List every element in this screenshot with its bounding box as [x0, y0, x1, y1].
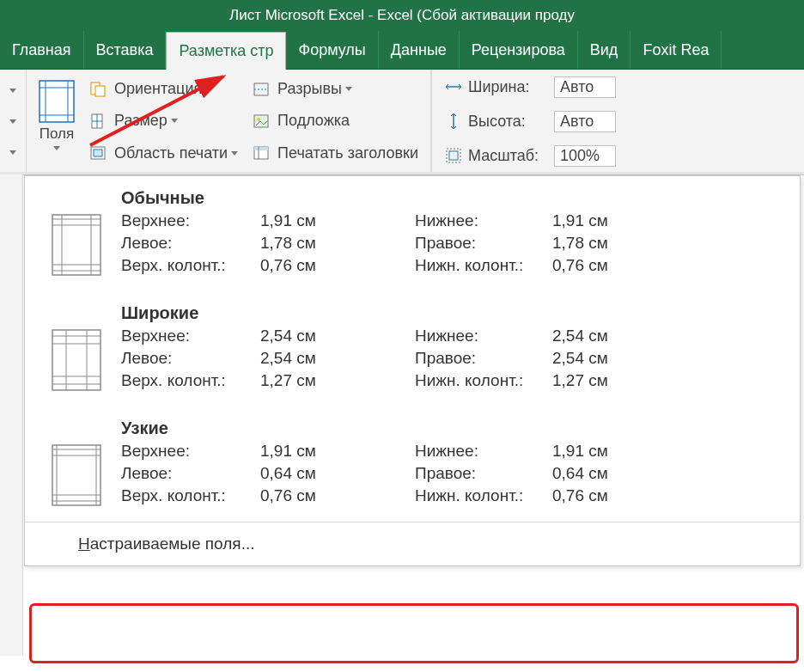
svg-rect-0: [40, 81, 74, 122]
svg-rect-37: [52, 445, 100, 505]
size-label: Размер: [114, 112, 168, 130]
print-titles-label: Печатать заголовки: [277, 144, 418, 162]
print-titles-icon: [252, 144, 271, 162]
preset-title: Широкие: [121, 303, 784, 323]
annotation-highlight-box: [29, 603, 799, 663]
width-icon: [444, 77, 463, 96]
margins-icon: [39, 80, 75, 123]
tab-foxit[interactable]: Foxit Rea: [630, 31, 722, 69]
svg-rect-17: [254, 147, 268, 150]
scale-label: Масштаб:: [468, 147, 551, 165]
preset-preview-icon: [40, 188, 113, 276]
margins-preset-wide[interactable]: Широкие Верхнее:2,54 смНижнее:2,54 см Ле…: [25, 291, 800, 406]
background-icon: [252, 112, 271, 131]
window-title: Лист Microsoft Excel - Excel (Сбой актив…: [0, 0, 804, 31]
svg-rect-21: [447, 149, 460, 162]
chevron-down-icon: [205, 87, 212, 91]
tab-insert[interactable]: Вставка: [84, 31, 167, 69]
tab-view[interactable]: Вид: [578, 31, 631, 69]
chevron-down-icon[interactable]: [9, 119, 16, 124]
preset-preview-icon: [40, 303, 113, 391]
ribbon-tabs: Главная Вставка Разметка стр Формулы Дан…: [0, 31, 804, 70]
ruler-vertical: [0, 174, 23, 656]
height-value[interactable]: Авто: [554, 111, 616, 132]
preset-title: Обычные: [121, 188, 784, 208]
print-area-button[interactable]: Область печати: [88, 142, 238, 164]
group-scale-to-fit: Ширина: Авто Высота: Авто Масштаб: 100%: [431, 70, 623, 173]
chevron-down-icon[interactable]: [9, 150, 16, 155]
svg-rect-23: [52, 215, 100, 275]
preset-preview-icon: [40, 418, 113, 506]
svg-rect-22: [449, 151, 458, 160]
ribbon: Поля Ориентация Размер: [0, 70, 804, 174]
tab-review[interactable]: Рецензирова: [460, 31, 578, 69]
tab-data[interactable]: Данные: [379, 31, 460, 69]
tab-page-layout[interactable]: Разметка стр: [166, 32, 286, 70]
height-label: Высота:: [468, 113, 551, 131]
custom-margins-label: астраиваемые поля...: [90, 535, 255, 553]
chevron-down-icon: [231, 151, 238, 156]
preset-title: Узкие: [121, 418, 784, 438]
custom-margins-button[interactable]: Настраиваемые поля...: [25, 522, 800, 565]
scale-icon: [444, 146, 463, 165]
size-button[interactable]: Размер: [88, 110, 238, 132]
margins-dropdown: Обычные Верхнее:1,91 смНижнее:1,91 см Ле…: [24, 175, 801, 566]
margins-preset-narrow[interactable]: Узкие Верхнее:1,91 смНижнее:1,91 см Лево…: [25, 406, 800, 522]
scale-value[interactable]: 100%: [554, 145, 616, 167]
breaks-button[interactable]: Разрывы: [252, 78, 418, 101]
height-icon: [444, 112, 463, 131]
tab-formulas[interactable]: Формулы: [286, 31, 378, 69]
print-area-label: Область печати: [114, 144, 228, 162]
print-area-icon: [88, 144, 107, 162]
svg-rect-11: [94, 150, 102, 156]
background-button[interactable]: Подложка: [252, 110, 418, 132]
ribbon-truncated-left: [0, 70, 27, 173]
orientation-icon: [88, 80, 107, 99]
group-page-setup: Поля Ориентация Размер: [27, 70, 431, 173]
orientation-label: Ориентация: [114, 80, 202, 98]
print-titles-button[interactable]: Печатать заголовки: [252, 142, 418, 164]
svg-rect-30: [52, 330, 100, 390]
margins-preset-normal[interactable]: Обычные Верхнее:1,91 смНижнее:1,91 см Ле…: [25, 176, 800, 291]
chevron-down-icon: [345, 87, 352, 91]
custom-margins-accel: Н: [78, 535, 90, 553]
margins-button[interactable]: Поля: [32, 73, 82, 169]
breaks-label: Разрывы: [277, 80, 342, 98]
tab-home[interactable]: Главная: [0, 31, 84, 69]
chevron-down-icon[interactable]: [9, 89, 16, 93]
svg-point-15: [257, 118, 260, 121]
background-label: Подложка: [277, 112, 350, 130]
svg-rect-6: [95, 86, 105, 96]
margins-label: Поля: [40, 126, 74, 143]
chevron-down-icon: [171, 119, 178, 123]
width-label: Ширина:: [468, 78, 551, 96]
breaks-icon: [252, 80, 271, 99]
chevron-down-icon: [53, 146, 60, 150]
width-value[interactable]: Авто: [554, 76, 616, 98]
size-icon: [88, 112, 107, 131]
orientation-button[interactable]: Ориентация: [88, 78, 238, 101]
